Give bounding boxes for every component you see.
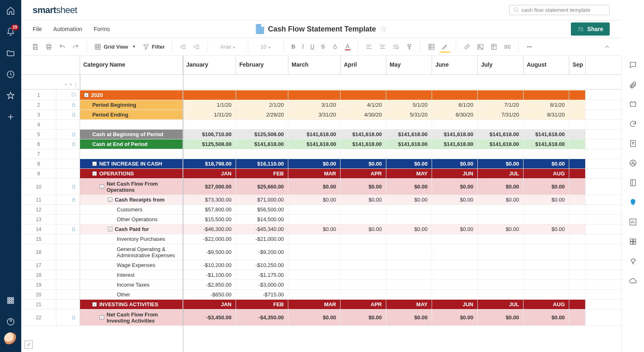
data-cell[interactable]: 7/1/20 xyxy=(478,100,524,110)
menu-file[interactable]: File xyxy=(33,26,42,32)
data-cell[interactable]: $73,300.00 xyxy=(183,195,236,204)
data-cell[interactable]: 5/31/20 xyxy=(386,110,432,119)
data-cell[interactable] xyxy=(341,215,386,224)
data-cell[interactable]: -$3,450.00 xyxy=(183,309,236,325)
data-cell[interactable]: JUN xyxy=(432,169,478,178)
data-cell[interactable]: $27,000.00 xyxy=(183,179,236,195)
data-cell[interactable]: $106,710.00 xyxy=(183,130,236,139)
data-cell[interactable] xyxy=(341,244,386,260)
data-cell[interactable] xyxy=(478,205,524,214)
category-cell[interactable]: -OPERATIONS xyxy=(80,169,183,178)
outdent-icon[interactable] xyxy=(177,42,189,52)
data-cell[interactable] xyxy=(569,120,586,129)
collapse-toolbar-icon[interactable] xyxy=(601,42,613,52)
data-cell[interactable] xyxy=(569,149,586,159)
wrap-icon[interactable] xyxy=(390,42,402,52)
category-cell[interactable] xyxy=(80,120,183,129)
row-number[interactable]: 11 xyxy=(21,195,56,204)
data-cell[interactable]: $0.00 xyxy=(478,224,524,234)
table-row[interactable]: 10-Net Cash Flow From Operations$27,000.… xyxy=(21,179,621,195)
data-cell[interactable] xyxy=(432,90,478,100)
category-cell[interactable]: Other Operations xyxy=(80,215,183,224)
data-cell[interactable] xyxy=(288,260,341,270)
data-cell[interactable]: MAR xyxy=(288,169,341,178)
collapse-toggle[interactable]: - xyxy=(84,93,89,97)
data-cell[interactable] xyxy=(341,234,386,244)
data-cell[interactable] xyxy=(569,280,586,289)
data-cell[interactable] xyxy=(569,195,586,204)
collapse-toggle[interactable]: - xyxy=(108,197,112,202)
data-cell[interactable]: $0.00 xyxy=(341,195,386,204)
data-cell[interactable]: $71,000.00 xyxy=(236,195,288,204)
data-cell[interactable] xyxy=(236,149,288,159)
table-row[interactable]: 5Cash at Beginning of Period$106,710.00$… xyxy=(21,130,621,139)
data-cell[interactable]: APR xyxy=(341,300,386,309)
data-cell[interactable]: $141,618.00 xyxy=(288,130,341,139)
data-cell[interactable] xyxy=(386,149,432,159)
data-cell[interactable]: $14,500.00 xyxy=(236,215,288,224)
data-cell[interactable]: FEB xyxy=(236,300,288,309)
data-cell[interactable] xyxy=(288,120,341,129)
data-cell[interactable] xyxy=(478,260,524,270)
data-cell[interactable]: $0.00 xyxy=(524,159,569,168)
category-cell[interactable]: -INVESTING ACTIVITIES xyxy=(80,300,183,309)
data-cell[interactable] xyxy=(288,244,341,260)
data-cell[interactable]: $0.00 xyxy=(478,159,524,168)
table-row[interactable]: 16General Operating & Administrative Exp… xyxy=(21,244,621,260)
collapse-toggle[interactable]: - xyxy=(92,161,97,166)
category-cell[interactable]: -Cash Paid for xyxy=(80,224,183,234)
col-august[interactable]: August xyxy=(524,56,569,74)
help-icon[interactable] xyxy=(0,311,21,332)
data-cell[interactable]: $0.00 xyxy=(432,224,478,234)
summary-icon[interactable] xyxy=(628,178,637,187)
data-cell[interactable]: -$10,250.00 xyxy=(236,260,288,270)
table-row[interactable]: 14-Cash Paid for-$46,300.00-$45,340.00$0… xyxy=(21,224,621,234)
menu-automation[interactable]: Automation xyxy=(53,26,82,32)
data-cell[interactable]: $141,618.00 xyxy=(478,130,524,139)
collapse-toggle[interactable]: - xyxy=(108,227,112,231)
data-cell[interactable]: 7/31/20 xyxy=(478,110,524,119)
more-icon[interactable] xyxy=(524,42,535,52)
data-cell[interactable] xyxy=(341,149,386,159)
data-cell[interactable] xyxy=(432,280,478,289)
table-row[interactable]: 9-OPERATIONSJANFEBMARAPRMAYJUNJULAUG xyxy=(21,169,621,179)
data-cell[interactable]: $0.00 xyxy=(288,179,341,195)
bold-icon[interactable]: B xyxy=(289,42,298,52)
data-cell[interactable]: $0.00 xyxy=(341,159,386,168)
row-number[interactable]: 17 xyxy=(21,260,56,270)
redo-icon[interactable] xyxy=(70,42,82,52)
data-cell[interactable] xyxy=(478,215,524,224)
data-cell[interactable] xyxy=(386,290,432,299)
table-row[interactable]: 2Period Beginning1/1/202/1/203/1/204/1/2… xyxy=(21,100,621,110)
data-cell[interactable] xyxy=(478,149,524,159)
row-number[interactable]: 4 xyxy=(21,120,56,129)
row-number[interactable]: 6 xyxy=(21,139,56,149)
data-cell[interactable]: -$4,350.00 xyxy=(236,309,288,325)
data-cell[interactable] xyxy=(236,90,288,100)
data-cell[interactable] xyxy=(524,234,569,244)
conditional-format-icon[interactable] xyxy=(426,42,437,52)
data-cell[interactable] xyxy=(478,234,524,244)
col-may[interactable]: May xyxy=(386,56,432,74)
category-cell[interactable]: Period Ending xyxy=(80,110,183,119)
data-cell[interactable]: -$715.00 xyxy=(236,290,288,299)
data-cell[interactable] xyxy=(288,205,341,214)
data-cell[interactable]: $0.00 xyxy=(524,309,569,325)
col-april[interactable]: April xyxy=(341,56,386,74)
data-cell[interactable]: $0.00 xyxy=(478,309,524,325)
data-cell[interactable] xyxy=(236,120,288,129)
data-cell[interactable]: APR xyxy=(341,169,386,178)
align-left-icon[interactable] xyxy=(363,42,375,52)
category-cell[interactable]: -2020 xyxy=(80,90,183,100)
data-cell[interactable] xyxy=(341,205,386,214)
data-cell[interactable] xyxy=(478,280,524,289)
data-cell[interactable] xyxy=(386,244,432,260)
data-cell[interactable]: $0.00 xyxy=(341,224,386,234)
row-number[interactable]: 22 xyxy=(21,309,56,325)
category-cell[interactable]: Customers xyxy=(80,205,183,214)
category-cell[interactable]: Interest xyxy=(80,270,183,280)
avatar[interactable] xyxy=(4,332,17,345)
table-row[interactable]: 21-INVESTING ACTIVITIESJANFEBMARAPRMAYJU… xyxy=(21,300,621,309)
favorites-icon[interactable] xyxy=(0,85,21,106)
data-cell[interactable]: 3/1/20 xyxy=(288,100,341,110)
